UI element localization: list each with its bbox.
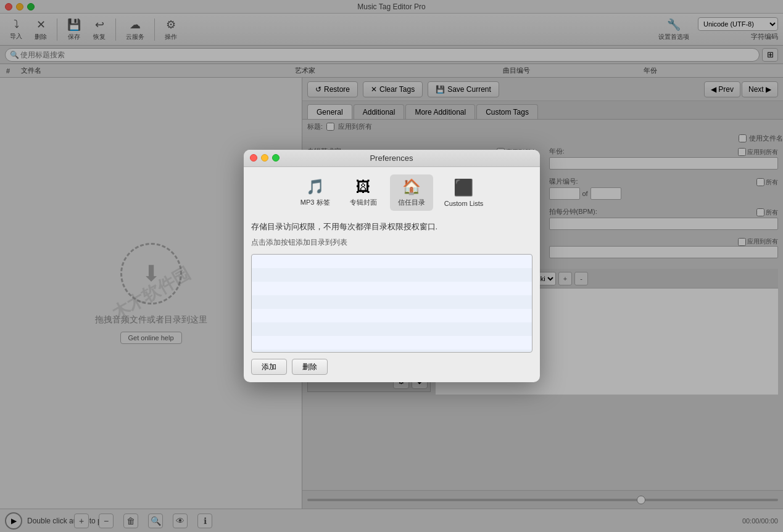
preferences-modal: Preferences 🎵 MP3 标签 🖼 专辑封面 🏠 信任目录 ⬛ bbox=[244, 150, 540, 383]
modal-maximize-button[interactable] bbox=[272, 154, 280, 162]
pref-tab-custom-lists[interactable]: ⬛ Custom Lists bbox=[438, 174, 490, 211]
modal-titlebar: Preferences bbox=[244, 150, 540, 167]
pref-description: 存储目录访问权限，不用每次都弹目录权限授权窗口. bbox=[251, 221, 532, 233]
trusted-tab-label: 信任目录 bbox=[398, 198, 425, 207]
pref-tab-mp3[interactable]: 🎵 MP3 标签 bbox=[294, 174, 337, 211]
mp3-icon: 🎵 bbox=[306, 178, 325, 195]
cover-icon: 🖼 bbox=[356, 178, 371, 195]
custom-lists-icon: ⬛ bbox=[454, 178, 473, 197]
add-directory-button[interactable]: 添加 bbox=[251, 359, 287, 375]
pref-tab-cover[interactable]: 🖼 专辑封面 bbox=[342, 174, 385, 211]
trusted-icon: 🏠 bbox=[402, 178, 421, 195]
modal-overlay: Preferences 🎵 MP3 标签 🖼 专辑封面 🏠 信任目录 ⬛ bbox=[0, 0, 783, 532]
pref-tabs: 🎵 MP3 标签 🖼 专辑封面 🏠 信任目录 ⬛ Custom Lists bbox=[251, 174, 532, 211]
directory-listbox[interactable] bbox=[251, 254, 532, 353]
modal-minimize-button[interactable] bbox=[261, 154, 268, 162]
pref-footer: 添加 删除 bbox=[251, 359, 532, 375]
modal-title: Preferences bbox=[370, 153, 413, 163]
modal-close-button[interactable] bbox=[250, 154, 257, 162]
pref-tab-trusted[interactable]: 🏠 信任目录 bbox=[390, 174, 433, 211]
mp3-tab-label: MP3 标签 bbox=[300, 198, 330, 207]
modal-body: 🎵 MP3 标签 🖼 专辑封面 🏠 信任目录 ⬛ Custom Lists 存储… bbox=[244, 167, 540, 383]
cover-tab-label: 专辑封面 bbox=[350, 198, 377, 207]
custom-lists-tab-label: Custom Lists bbox=[444, 200, 484, 207]
modal-controls bbox=[250, 154, 280, 162]
remove-directory-button[interactable]: 删除 bbox=[292, 359, 328, 375]
pref-sub-description: 点击添加按钮添加目录到列表 bbox=[251, 237, 532, 248]
